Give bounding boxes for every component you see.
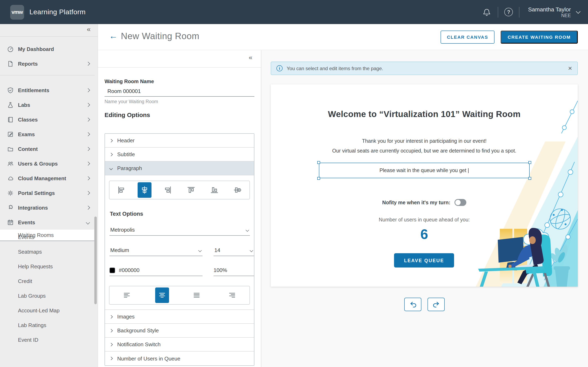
sidebar-item-events-sub[interactable]: Events [0, 230, 95, 244]
topbar-divider [498, 7, 498, 17]
resize-handle-bottom-right[interactable] [528, 177, 531, 180]
sidebar-collapse-icon[interactable]: « [87, 25, 91, 33]
waiting-room-preview-card: Welcome to “Virtualization 101” Waiting … [271, 84, 578, 287]
object-alignment-group [109, 181, 250, 200]
accordion-section-subtitle[interactable]: Subtitle [105, 148, 254, 161]
cloud-icon [7, 175, 14, 182]
flask-icon [7, 101, 14, 108]
text-align-center-button[interactable] [155, 287, 169, 303]
text-options-title: Text Options [110, 211, 143, 217]
color-swatch[interactable] [109, 267, 115, 273]
sidebar-item-reports[interactable]: Reports [0, 56, 95, 71]
panel-collapse-icon[interactable]: « [249, 54, 252, 61]
align-object-top-button[interactable] [184, 182, 198, 198]
font-color-field[interactable]: #000000 [109, 265, 203, 276]
sidebar-item-classes[interactable]: Classes [0, 112, 95, 127]
top-bar: vmw Learning Platform ? Samantha Taylor … [0, 0, 588, 24]
sidebar: « My Dashboard Reports Entitlements Labs [0, 24, 98, 367]
undo-button[interactable] [404, 298, 421, 311]
font-opacity-field[interactable]: 100% [214, 265, 254, 276]
waiting-room-line2[interactable]: Our virtual seats are currently occupied… [271, 148, 578, 154]
accordion-section-images[interactable]: Images [105, 310, 254, 324]
accordion-section-paragraph[interactable]: Paragraph [105, 161, 254, 175]
waiting-room-name-hint: Name your Waiting Room [104, 99, 158, 104]
sidebar-divider [0, 75, 95, 75]
align-object-bottom-button[interactable] [208, 182, 221, 198]
sidebar-item-events[interactable]: Events [0, 215, 95, 230]
resize-handle-top-right[interactable] [528, 161, 531, 164]
sidebar-item-event-id[interactable]: Event ID [0, 332, 95, 347]
accordion-section-notification-switch[interactable]: Notification Switch [105, 338, 254, 351]
user-name: Samantha Taylor [528, 6, 571, 13]
align-object-center-h-button[interactable] [138, 182, 151, 198]
sidebar-item-portal-settings[interactable]: Portal Settings [0, 185, 95, 200]
chevron-right-icon [86, 191, 89, 195]
sidebar-item-entitlements[interactable]: Entitlements [0, 83, 95, 98]
paragraph-section-body: Text Options Metropolis Medium 14 [105, 175, 254, 310]
sidebar-item-cloud-management[interactable]: Cloud Management [0, 171, 95, 185]
sidebar-item-lab-groups[interactable]: Lab Groups [0, 288, 95, 303]
editing-options-title: Editing Options [104, 111, 150, 118]
font-family-select[interactable]: Metropolis [109, 224, 250, 236]
chevron-right-icon [86, 62, 89, 66]
editor-panel: « Waiting Room Name Name your Waiting Ro… [98, 50, 261, 367]
text-align-justify-button[interactable] [190, 287, 204, 303]
leave-queue-button[interactable]: LEAVE QUEUE [394, 253, 454, 267]
waiting-room-line1[interactable]: Thank you for your interest in participa… [271, 138, 578, 144]
sidebar-item-lab-ratings[interactable]: Lab Ratings [0, 318, 95, 332]
sidebar-item-seatmaps[interactable]: Seatmaps [0, 244, 95, 259]
align-object-right-button[interactable] [161, 182, 175, 198]
sidebar-item-my-dashboard[interactable]: My Dashboard [0, 42, 95, 56]
font-size-select[interactable]: 14 [214, 245, 254, 256]
sidebar-nav: My Dashboard Reports Entitlements Labs C… [0, 37, 98, 347]
sidebar-item-content[interactable]: Content [0, 142, 95, 156]
accordion-section-header[interactable]: Header [105, 134, 254, 148]
sidebar-item-users-groups[interactable]: Users & Groups [0, 156, 95, 171]
sidebar-item-exams[interactable]: Exams [0, 127, 95, 142]
chevron-right-icon [109, 357, 113, 360]
user-menu[interactable]: Samantha Taylor NEE [528, 6, 571, 18]
paragraph-text: Please wait in the queue while you get | [380, 167, 469, 173]
help-icon[interactable]: ? [504, 8, 513, 16]
chevron-right-icon [109, 329, 113, 332]
accordion-section-background-style[interactable]: Background Style [105, 324, 254, 338]
sidebar-item-credit[interactable]: Credit [0, 274, 95, 288]
waiting-room-name-input[interactable] [104, 87, 254, 97]
queue-count-value[interactable]: 6 [271, 226, 578, 242]
sidebar-item-account-led-map[interactable]: Account-Led Map [0, 303, 95, 318]
create-waiting-room-button[interactable]: CREATE WAITING ROOM [501, 31, 578, 44]
accordion-section-number-of-users[interactable]: Number of Users in Queue [105, 351, 254, 365]
notify-label: Nofity me when it's my turn: [382, 200, 450, 205]
notify-toggle[interactable] [454, 199, 466, 206]
topbar-divider [519, 7, 519, 17]
gear-icon [7, 189, 14, 196]
selected-paragraph-textbox[interactable]: Please wait in the queue while you get | [319, 163, 530, 178]
text-align-right-button[interactable] [225, 287, 239, 303]
align-object-left-button[interactable] [114, 182, 128, 198]
sidebar-item-labs[interactable]: Labs [0, 98, 95, 112]
chevron-right-icon [109, 315, 113, 318]
font-weight-select[interactable]: Medium [109, 245, 203, 256]
text-align-left-button[interactable] [120, 287, 134, 303]
user-menu-chevron-down-icon[interactable] [576, 9, 581, 14]
clear-canvas-button[interactable]: CLEAR CANVAS [441, 31, 494, 44]
notifications-bell-icon[interactable] [482, 7, 492, 17]
waiting-room-title[interactable]: Welcome to “Virtualization 101” Waiting … [271, 109, 578, 119]
panel-header: « [98, 50, 261, 68]
align-object-middle-v-button[interactable] [231, 182, 245, 198]
chevron-down-icon [246, 228, 249, 232]
resize-handle-bottom-left[interactable] [317, 177, 320, 180]
sidebar-item-integrations[interactable]: Integrations [0, 200, 95, 215]
close-icon[interactable]: × [568, 65, 572, 72]
calendar-icon [7, 219, 14, 226]
info-banner: i You can select and edit items from the… [271, 62, 578, 75]
resize-handle-top-left[interactable] [317, 161, 320, 164]
sidebar-item-help-requests[interactable]: Help Requests [0, 259, 95, 274]
redo-button[interactable] [428, 298, 445, 311]
waiting-room-name-label: Waiting Room Name [104, 79, 154, 84]
toggle-knob [455, 200, 461, 205]
chevron-right-icon [86, 206, 89, 209]
back-arrow-icon[interactable]: ← [109, 31, 118, 41]
puzzle-icon [7, 204, 14, 211]
sidebar-scrollbar-thumb[interactable] [94, 217, 97, 304]
